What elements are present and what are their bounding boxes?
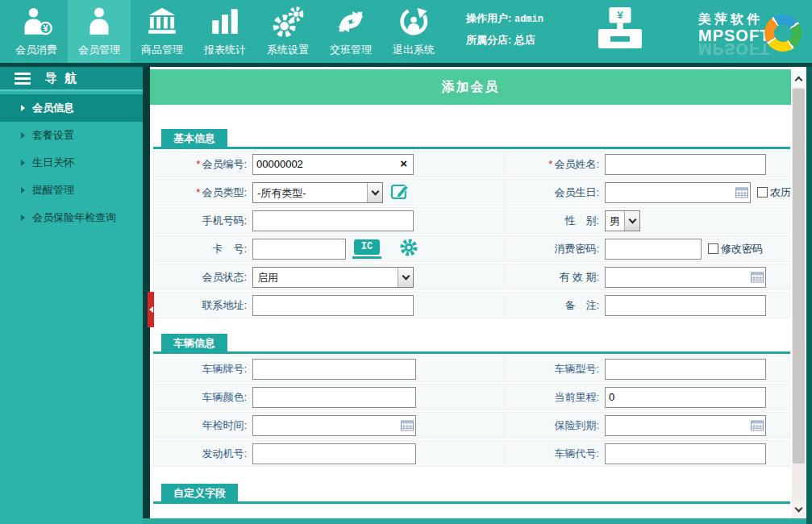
edit-member-type-icon[interactable]	[389, 181, 410, 205]
sidebar-item-label: 会员保险年检查询	[32, 210, 116, 225]
vehicle-color-input[interactable]	[252, 387, 416, 408]
sidebar-collapse-handle[interactable]	[148, 292, 154, 327]
field-label: 备 注:	[506, 298, 605, 313]
nav-exit-system[interactable]: 退出系统	[382, 0, 445, 63]
calendar-icon[interactable]	[751, 271, 764, 286]
birthday-input[interactable]	[605, 182, 751, 203]
field-password: 消费密码: 修改密码	[506, 235, 790, 262]
field-label: 车辆颜色:	[154, 390, 252, 405]
brand-logo: 美萍软件 MPSOFT MPSOFT	[698, 11, 770, 55]
sidebar-item-member-info[interactable]: 会员信息	[0, 94, 143, 122]
vehicle-left-column: 车辆牌号: 车辆颜色: 年检时间: 发动机号:	[153, 356, 505, 468]
field-member-no: *会员编号: ×	[153, 151, 505, 177]
scroll-up-button[interactable]	[792, 71, 806, 87]
dropdown-button[interactable]	[398, 268, 413, 287]
field-phone: 手机号码:	[153, 207, 505, 234]
cash-drawer-icon: ¥	[591, 5, 649, 61]
nav-label: 交班管理	[330, 43, 372, 57]
validity-input[interactable]	[605, 267, 766, 288]
lunar-checkbox[interactable]: 农历	[757, 185, 791, 200]
insurance-due-input[interactable]	[605, 415, 766, 436]
field-birthday: 会员生日: 农历	[506, 179, 790, 206]
field-label: 性 别:	[506, 214, 605, 228]
operator-value: admin	[514, 14, 543, 25]
sidebar-item-package-setting[interactable]: 套餐设置	[0, 122, 143, 149]
inspection-date-input[interactable]	[252, 415, 416, 436]
scroll-down-button[interactable]	[792, 501, 806, 518]
field-label: 当前里程:	[506, 390, 605, 405]
engine-no-input[interactable]	[252, 443, 416, 464]
field-label: *会员类型:	[154, 185, 252, 200]
select-value: 男	[606, 211, 624, 231]
member-name-input[interactable]	[605, 154, 766, 175]
field-engine-no: 发动机号:	[153, 440, 505, 467]
nav-system-settings[interactable]: 系统设置	[256, 0, 319, 63]
clear-icon[interactable]: ×	[400, 157, 407, 170]
chevron-down-icon	[402, 272, 410, 280]
phone-input[interactable]	[252, 210, 414, 231]
field-inspection-date: 年检时间:	[153, 412, 505, 439]
calendar-icon[interactable]	[401, 419, 414, 435]
arrow-right-icon	[21, 160, 25, 166]
sidebar-menu: 会员信息 套餐设置 生日关怀 提醒管理 会员保险年检查询	[0, 94, 143, 231]
swap-arrows-icon	[334, 5, 368, 39]
nav-member-consume[interactable]: ¥ 会员消费	[5, 0, 68, 63]
change-password-checkbox[interactable]: 修改密码	[708, 242, 763, 256]
ic-button-label: IC	[354, 239, 380, 255]
sidebar-item-insurance-inspection-query[interactable]: 会员保险年检查询	[0, 204, 143, 231]
operator-info: 操作用户: admin 所属分店: 总店	[466, 8, 543, 50]
member-type-select[interactable]: -所有类型-	[252, 182, 383, 203]
nav-shift-manage[interactable]: 交班管理	[319, 0, 382, 63]
exit-icon	[397, 5, 431, 39]
arrow-right-icon	[21, 132, 25, 139]
dropdown-button[interactable]	[624, 211, 639, 231]
plate-no-input[interactable]	[252, 359, 416, 380]
field-gender: 性 别: 男	[506, 207, 790, 234]
sidebar-item-birthday-care[interactable]: 生日关怀	[0, 149, 143, 177]
ic-button-underline	[352, 256, 381, 259]
sidebar-title: 导航	[45, 71, 84, 86]
nav-label: 退出系统	[393, 43, 435, 57]
calendar-icon[interactable]	[751, 419, 764, 435]
calendar-icon[interactable]	[735, 186, 748, 202]
field-mileage: 当前里程:	[506, 384, 790, 410]
vertical-scrollbar[interactable]	[792, 71, 806, 518]
password-input[interactable]	[605, 239, 702, 260]
ic-card-button[interactable]: IC	[352, 239, 381, 259]
nav-product-manage[interactable]: 商品管理	[131, 0, 194, 63]
vehicle-code-input[interactable]	[605, 443, 766, 464]
top-bar: ¥ 会员消费 会员管理 商品管	[0, 0, 812, 63]
field-label: 联系地址:	[154, 298, 252, 313]
section-tab-basic-info: 基本信息	[161, 129, 227, 148]
svg-text:¥: ¥	[44, 23, 48, 33]
bottom-edge-strip	[143, 518, 806, 524]
vehicle-model-input[interactable]	[605, 359, 766, 380]
card-settings-gear-icon[interactable]	[399, 238, 418, 260]
sidebar-item-label: 提醒管理	[32, 183, 74, 198]
gender-select[interactable]: 男	[605, 210, 640, 231]
card-no-input[interactable]	[252, 239, 346, 260]
field-label: 年检时间:	[154, 418, 252, 433]
remark-input[interactable]	[605, 295, 766, 316]
nav-report-stats[interactable]: 报表统计	[194, 0, 256, 63]
checkbox-label: 修改密码	[721, 242, 763, 256]
field-label: 卡 号:	[154, 242, 252, 256]
gears-icon	[271, 5, 305, 39]
field-label: 消费密码:	[506, 242, 605, 256]
chevron-down-icon	[795, 505, 803, 513]
bank-icon	[145, 5, 179, 39]
nav-member-manage[interactable]: 会员管理	[68, 0, 131, 63]
field-vehicle-color: 车辆颜色:	[153, 384, 505, 410]
section-underline	[153, 501, 790, 504]
hamburger-icon[interactable]	[15, 73, 31, 85]
dropdown-button[interactable]	[367, 183, 382, 202]
member-no-input[interactable]	[252, 154, 414, 175]
sidebar-header: 导航	[0, 67, 143, 91]
status-select[interactable]: 启用	[252, 267, 414, 288]
sidebar-item-reminder-manage[interactable]: 提醒管理	[0, 177, 143, 204]
mileage-input[interactable]	[605, 387, 766, 408]
scrollbar-thumb[interactable]	[793, 89, 805, 464]
operator-label: 操作用户:	[466, 12, 511, 24]
required-mark: *	[548, 158, 552, 170]
address-input[interactable]	[252, 295, 414, 316]
